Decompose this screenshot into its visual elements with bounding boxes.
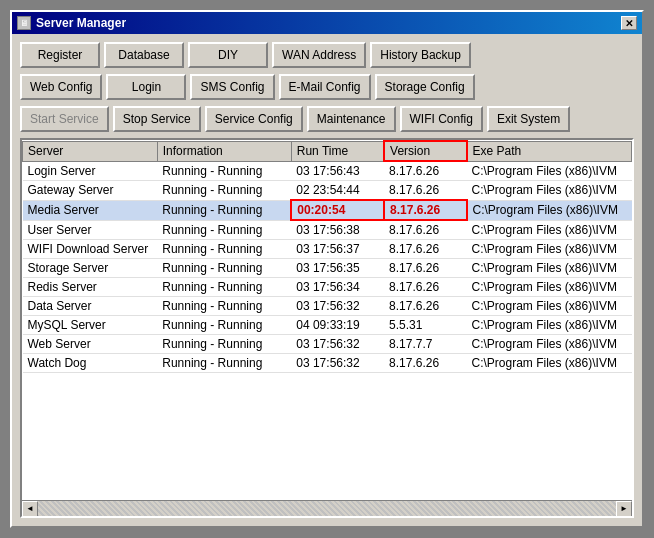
version-cell: 8.17.6.26: [384, 354, 466, 373]
server-cell: Web Server: [23, 335, 158, 354]
title-bar-left: 🖥 Server Manager: [17, 16, 126, 30]
runtime-cell: 03 17:56:43: [291, 161, 384, 181]
table-row[interactable]: User ServerRunning - Running03 17:56:388…: [23, 220, 632, 240]
diy-button[interactable]: DIY: [188, 42, 268, 68]
information-cell: Running - Running: [157, 316, 291, 335]
exepath-cell: C:\Program Files (x86)\IVM: [467, 316, 632, 335]
server-cell: User Server: [23, 220, 158, 240]
runtime-cell: 03 17:56:35: [291, 259, 384, 278]
exepath-col-header: Exe Path: [467, 141, 632, 161]
table-row[interactable]: Watch DogRunning - Running03 17:56:328.1…: [23, 354, 632, 373]
information-cell: Running - Running: [157, 278, 291, 297]
runtime-cell: 04 09:33:19: [291, 316, 384, 335]
wan-address-button[interactable]: WAN Address: [272, 42, 366, 68]
runtime-cell: 03 17:56:37: [291, 240, 384, 259]
runtime-cell: 03 17:56:32: [291, 335, 384, 354]
information-cell: Running - Running: [157, 161, 291, 181]
history-backup-button[interactable]: History Backup: [370, 42, 471, 68]
h-scrollbar-track[interactable]: ◄ ►: [22, 501, 632, 517]
table-header-row: Server Information Run Time Version Exe …: [23, 141, 632, 161]
server-cell: Login Server: [23, 161, 158, 181]
version-cell: 8.17.6.26: [384, 297, 466, 316]
stop-service-button[interactable]: Stop Service: [113, 106, 201, 132]
table-row[interactable]: Redis ServerRunning - Running03 17:56:34…: [23, 278, 632, 297]
service-config-button[interactable]: Service Config: [205, 106, 303, 132]
table-row[interactable]: MySQL ServerRunning - Running04 09:33:19…: [23, 316, 632, 335]
server-cell: Media Server: [23, 200, 158, 220]
sms-config-button[interactable]: SMS Config: [190, 74, 274, 100]
runtime-cell: 03 17:56:32: [291, 354, 384, 373]
runtime-cell: 03 17:56:38: [291, 220, 384, 240]
runtime-cell: 03 17:56:32: [291, 297, 384, 316]
wifi-config-button[interactable]: WIFI Config: [400, 106, 483, 132]
server-cell: Gateway Server: [23, 181, 158, 201]
scroll-right-arrow[interactable]: ►: [616, 501, 632, 517]
server-cell: Watch Dog: [23, 354, 158, 373]
exepath-cell: C:\Program Files (x86)\IVM: [467, 240, 632, 259]
table-body: Login ServerRunning - Running03 17:56:43…: [23, 161, 632, 373]
version-cell: 8.17.7.7: [384, 335, 466, 354]
server-manager-window: 🖥 Server Manager ✕ Register Database DIY…: [10, 10, 644, 528]
scroll-track[interactable]: [38, 501, 616, 517]
information-cell: Running - Running: [157, 335, 291, 354]
version-cell: 8.17.6.26: [384, 181, 466, 201]
server-col-header: Server: [23, 141, 158, 161]
exepath-cell: C:\Program Files (x86)\IVM: [467, 220, 632, 240]
table-row[interactable]: Media ServerRunning - Running00:20:548.1…: [23, 200, 632, 220]
title-bar: 🖥 Server Manager ✕: [12, 12, 642, 34]
storage-config-button[interactable]: Storage Config: [375, 74, 475, 100]
information-cell: Running - Running: [157, 220, 291, 240]
information-cell: Running - Running: [157, 354, 291, 373]
information-col-header: Information: [157, 141, 291, 161]
version-cell: 8.17.6.26: [384, 161, 466, 181]
version-cell: 8.17.6.26: [384, 200, 466, 220]
server-cell: Storage Server: [23, 259, 158, 278]
scroll-left-arrow[interactable]: ◄: [22, 501, 38, 517]
button-row-2: Web Config Login SMS Config E-Mail Confi…: [20, 74, 634, 100]
exepath-cell: C:\Program Files (x86)\IVM: [467, 335, 632, 354]
maintenance-button[interactable]: Maintenance: [307, 106, 396, 132]
version-cell: 8.17.6.26: [384, 240, 466, 259]
exepath-cell: C:\Program Files (x86)\IVM: [467, 259, 632, 278]
information-cell: Running - Running: [157, 297, 291, 316]
email-config-button[interactable]: E-Mail Config: [279, 74, 371, 100]
exit-system-button[interactable]: Exit System: [487, 106, 570, 132]
version-cell: 8.17.6.26: [384, 278, 466, 297]
server-cell: MySQL Server: [23, 316, 158, 335]
table-row[interactable]: Gateway ServerRunning - Running02 23:54:…: [23, 181, 632, 201]
table-row[interactable]: Web ServerRunning - Running03 17:56:328.…: [23, 335, 632, 354]
information-cell: Running - Running: [157, 259, 291, 278]
login-button[interactable]: Login: [106, 74, 186, 100]
table-row[interactable]: Data ServerRunning - Running03 17:56:328…: [23, 297, 632, 316]
exepath-cell: C:\Program Files (x86)\IVM: [467, 278, 632, 297]
table-row[interactable]: Login ServerRunning - Running03 17:56:43…: [23, 161, 632, 181]
start-service-button: Start Service: [20, 106, 109, 132]
window-icon: 🖥: [17, 16, 31, 30]
database-button[interactable]: Database: [104, 42, 184, 68]
server-cell: Data Server: [23, 297, 158, 316]
register-button[interactable]: Register: [20, 42, 100, 68]
web-config-button[interactable]: Web Config: [20, 74, 102, 100]
window-title: Server Manager: [36, 16, 126, 30]
server-table-container: Server Information Run Time Version Exe …: [20, 138, 634, 518]
exepath-cell: C:\Program Files (x86)\IVM: [467, 161, 632, 181]
table-scroll[interactable]: Server Information Run Time Version Exe …: [22, 140, 632, 500]
information-cell: Running - Running: [157, 181, 291, 201]
version-cell: 5.5.31: [384, 316, 466, 335]
information-cell: Running - Running: [157, 200, 291, 220]
information-cell: Running - Running: [157, 240, 291, 259]
exepath-cell: C:\Program Files (x86)\IVM: [467, 181, 632, 201]
version-cell: 8.17.6.26: [384, 259, 466, 278]
button-row-3: Start Service Stop Service Service Confi…: [20, 106, 634, 132]
button-row-1: Register Database DIY WAN Address Histor…: [20, 42, 634, 68]
runtime-col-header: Run Time: [291, 141, 384, 161]
table-row[interactable]: WIFI Download ServerRunning - Running03 …: [23, 240, 632, 259]
runtime-cell: 00:20:54: [291, 200, 384, 220]
version-col-header: Version: [384, 141, 466, 161]
server-cell: Redis Server: [23, 278, 158, 297]
version-cell: 8.17.6.26: [384, 220, 466, 240]
server-cell: WIFI Download Server: [23, 240, 158, 259]
close-button[interactable]: ✕: [621, 16, 637, 30]
horizontal-scrollbar: ◄ ►: [22, 500, 632, 516]
table-row[interactable]: Storage ServerRunning - Running03 17:56:…: [23, 259, 632, 278]
